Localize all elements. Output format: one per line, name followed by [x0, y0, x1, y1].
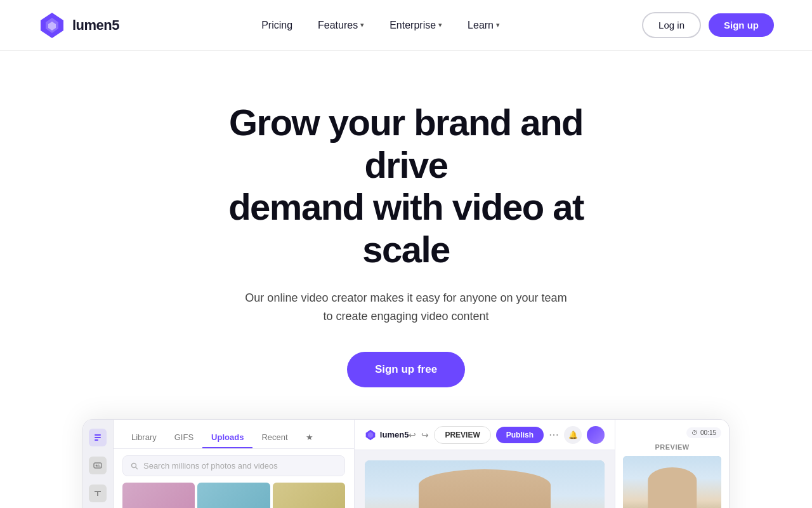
right-thumb-person [648, 467, 697, 508]
video-canvas: Grow your [365, 460, 605, 508]
timer-badge: ⏱ 00:15 [686, 427, 721, 438]
app-logo-mini: lumen5 [365, 429, 409, 441]
tab-gifs[interactable]: GIFS [166, 427, 202, 448]
more-options-icon[interactable]: ⋯ [549, 429, 559, 441]
svg-rect-4 [95, 437, 101, 438]
app-logo-text-mini: lumen5 [380, 430, 409, 439]
main-nav: Pricing Features ▾ Enterprise ▾ Learn ▾ [251, 15, 510, 36]
notifications-icon[interactable]: 🔔 [564, 426, 582, 444]
app-main: lumen5 ↩ ↪ PREVIEW Publish ⋯ 🔔 [355, 420, 615, 508]
redo-icon[interactable]: ↪ [421, 430, 429, 440]
app-topbar: lumen5 ↩ ↪ PREVIEW Publish ⋯ 🔔 [355, 420, 615, 450]
signup-nav-button[interactable]: Sign up [709, 13, 774, 37]
login-button[interactable]: Log in [642, 12, 701, 38]
timer-value: 00:15 [700, 429, 716, 436]
tab-uploads[interactable]: Uploads [202, 427, 252, 448]
app-left-panel [83, 420, 114, 508]
right-panel-label: Preview [623, 443, 721, 451]
app-logo-icon-mini [365, 429, 376, 441]
logo-icon [38, 11, 66, 39]
nav-enterprise[interactable]: Enterprise ▾ [379, 15, 452, 36]
logo[interactable]: lumen5 [38, 11, 119, 39]
hero-title: Grow your brand and drive demand with vi… [184, 102, 628, 271]
panel-media-icon [89, 457, 107, 474]
nav-actions: Log in Sign up [642, 12, 774, 38]
sidebar-thumb-2 [197, 483, 270, 508]
tab-starred[interactable]: ★ [297, 427, 322, 448]
panel-story-icon [89, 429, 107, 446]
search-placeholder-text: Search millions of photos and videos [143, 461, 278, 471]
hero-subtitle: Our online video creator makes it easy f… [241, 289, 571, 326]
nav-features[interactable]: Features ▾ [308, 15, 374, 36]
chevron-down-icon: ▾ [438, 21, 442, 29]
publish-button[interactable]: Publish [496, 427, 544, 443]
sidebar-search[interactable]: Search millions of photos and videos [122, 455, 345, 476]
header: lumen5 Pricing Features ▾ Enterprise ▾ L… [0, 0, 812, 51]
svg-line-9 [135, 467, 137, 469]
topbar-left: lumen5 [365, 429, 409, 441]
svg-rect-5 [95, 439, 98, 441]
chevron-down-icon: ▾ [360, 21, 364, 29]
sidebar-tabs: Library GIFS Uploads Recent ★ [114, 420, 354, 449]
tab-recent[interactable]: Recent [252, 427, 296, 448]
right-panel-thumbnail [623, 456, 721, 508]
undo-icon[interactable]: ↩ [409, 430, 416, 440]
app-preview: Library GIFS Uploads Recent ★ Search mil… [82, 419, 730, 508]
timer-icon: ⏱ [691, 429, 698, 436]
user-avatar[interactable] [587, 426, 605, 444]
logo-text: lumen5 [72, 17, 119, 34]
panel-text-icon [89, 485, 107, 502]
nav-learn[interactable]: Learn ▾ [457, 15, 510, 36]
topbar-right: ↩ ↪ PREVIEW Publish ⋯ 🔔 [409, 426, 605, 444]
app-sidebar: Library GIFS Uploads Recent ★ Search mil… [114, 420, 355, 508]
search-icon [131, 462, 138, 470]
canvas-person-silhouette [419, 469, 551, 508]
sidebar-image-grid [114, 483, 354, 508]
sidebar-thumb-1 [122, 483, 195, 508]
preview-button[interactable]: PREVIEW [434, 426, 490, 444]
signup-free-button[interactable]: Sign up free [347, 352, 465, 387]
app-canvas: Grow your [355, 450, 615, 508]
sidebar-thumb-3 [273, 483, 345, 508]
app-right-panel: ⏱ 00:15 Preview [615, 420, 729, 508]
nav-pricing[interactable]: Pricing [251, 15, 303, 36]
chevron-down-icon: ▾ [496, 21, 500, 29]
tab-library[interactable]: Library [122, 427, 166, 448]
app-preview-inner: Library GIFS Uploads Recent ★ Search mil… [83, 420, 729, 508]
svg-rect-3 [95, 434, 101, 436]
hero-section: Grow your brand and drive demand with vi… [0, 51, 812, 508]
